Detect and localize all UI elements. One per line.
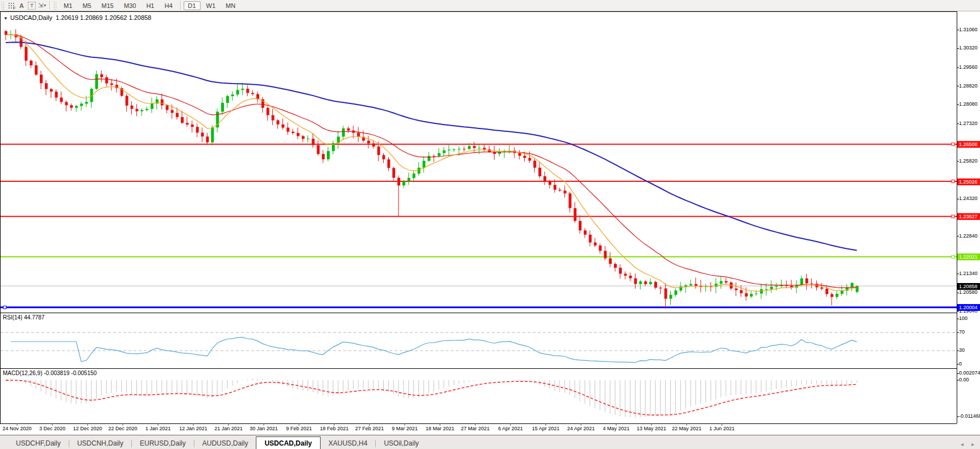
candle-body bbox=[276, 120, 279, 124]
candle-body bbox=[251, 93, 254, 94]
candle-body bbox=[126, 96, 128, 106]
candle-body bbox=[594, 243, 597, 246]
hline-anchor[interactable] bbox=[3, 306, 6, 309]
candle-body bbox=[856, 286, 858, 292]
chart-title: ▼USDCAD,Daily 1.20619 1.20869 1.20562 1.… bbox=[3, 14, 151, 21]
candle-body bbox=[619, 268, 622, 274]
candle-body bbox=[453, 149, 456, 150]
candle-body bbox=[151, 103, 153, 109]
candle-body bbox=[684, 285, 687, 286]
candle-body bbox=[765, 289, 768, 290]
candle-body bbox=[50, 89, 53, 92]
candle-body bbox=[473, 146, 476, 148]
candle-body bbox=[654, 282, 657, 288]
candle-body bbox=[458, 149, 460, 149]
axis-price-label: 1.29560 bbox=[959, 64, 978, 70]
axis-price-label: 1.28080 bbox=[959, 101, 978, 107]
candle-body bbox=[70, 105, 73, 108]
candle-body bbox=[327, 151, 330, 159]
candle-body bbox=[80, 103, 83, 106]
candle-body bbox=[735, 289, 738, 290]
candle-body bbox=[377, 147, 380, 155]
macd-label: MACD(12,26,9) -0.003819 -0.005150 bbox=[3, 370, 97, 376]
axis-price-label: 1.24320 bbox=[959, 196, 978, 201]
horizontal-lines[interactable] bbox=[1, 143, 957, 309]
axis-price-label: 1.28820 bbox=[959, 83, 978, 89]
candle-body bbox=[825, 289, 828, 294]
candle-body bbox=[830, 294, 833, 297]
candle-body bbox=[45, 83, 48, 89]
candle-body bbox=[110, 84, 113, 85]
macd-axis-label: 0.002074 bbox=[959, 370, 980, 376]
candle-body bbox=[135, 109, 138, 111]
candle-body bbox=[181, 117, 184, 123]
candle-body bbox=[836, 294, 838, 297]
axis-price-label: 1.22840 bbox=[959, 233, 978, 239]
axis-price-label: 1.20580 bbox=[959, 289, 978, 295]
candle-body bbox=[554, 185, 557, 190]
candle-body bbox=[30, 61, 32, 65]
candle-body bbox=[624, 274, 627, 276]
rsi-axis-label: 70 bbox=[959, 329, 965, 335]
candle-body bbox=[422, 161, 425, 168]
rsi-axis-label: 30 bbox=[959, 347, 965, 353]
candle-body bbox=[241, 89, 244, 90]
candle-body bbox=[468, 146, 471, 149]
candle-body bbox=[690, 284, 692, 285]
candle-body bbox=[267, 108, 269, 115]
macd-layer bbox=[6, 379, 857, 418]
candle-body bbox=[775, 286, 778, 286]
candle-body bbox=[443, 151, 446, 153]
candle-body bbox=[196, 127, 199, 132]
axis-price-label: 1.27320 bbox=[959, 120, 978, 126]
hline-anchor[interactable] bbox=[952, 255, 954, 258]
candle-body bbox=[383, 155, 385, 160]
candle-body bbox=[665, 288, 667, 298]
candle-body bbox=[35, 65, 38, 74]
ma-slow bbox=[6, 42, 857, 250]
candles-layer bbox=[5, 29, 858, 309]
candle-body bbox=[568, 193, 571, 208]
candle-body bbox=[201, 132, 204, 136]
axis-badge-resistance-line: 1.23627 bbox=[957, 213, 980, 220]
chart-canvas[interactable] bbox=[0, 0, 980, 449]
candle-body bbox=[478, 148, 481, 148]
candle-body bbox=[166, 105, 169, 110]
chart-symbol: USDCAD,Daily bbox=[10, 14, 52, 21]
axis-badge-resistance-line: 1.26508 bbox=[957, 141, 980, 148]
candle-body bbox=[95, 74, 98, 89]
candle-body bbox=[543, 176, 546, 181]
candle-body bbox=[367, 140, 370, 143]
candle-body bbox=[100, 74, 103, 77]
candle-body bbox=[307, 139, 310, 139]
candle-body bbox=[161, 99, 164, 105]
chart-dropdown-icon[interactable]: ▼ bbox=[3, 16, 8, 21]
candle-body bbox=[629, 276, 632, 278]
axis-price-label: 1.31060 bbox=[959, 27, 978, 32]
macd-axis-label: 0.00 bbox=[959, 377, 969, 383]
candle-body bbox=[463, 149, 466, 149]
candle-body bbox=[397, 178, 400, 186]
candle-body bbox=[695, 284, 697, 286]
candle-body bbox=[448, 149, 451, 150]
hline-anchor[interactable] bbox=[952, 215, 954, 218]
tab-usdcad-daily[interactable]: USDCAD,Daily bbox=[256, 436, 320, 449]
candle-body bbox=[24, 47, 27, 61]
candle-body bbox=[211, 127, 214, 142]
candle-body bbox=[524, 156, 526, 158]
candle-body bbox=[246, 89, 249, 93]
rsi-label: RSI(14) 44.7787 bbox=[3, 314, 44, 321]
hline-anchor[interactable] bbox=[952, 143, 954, 145]
candle-body bbox=[800, 278, 803, 285]
candle-body bbox=[433, 156, 435, 156]
candle-body bbox=[85, 102, 88, 103]
hline-anchor[interactable] bbox=[952, 180, 954, 183]
rsi-axis-label: 0 bbox=[959, 361, 962, 367]
candle-body bbox=[745, 293, 748, 297]
candle-body bbox=[302, 136, 305, 139]
candle-body bbox=[770, 287, 773, 289]
macd-axis-label: -0.011468 bbox=[959, 413, 980, 419]
candle-body bbox=[281, 124, 284, 128]
candle-body bbox=[317, 145, 319, 154]
candle-body bbox=[191, 124, 194, 127]
